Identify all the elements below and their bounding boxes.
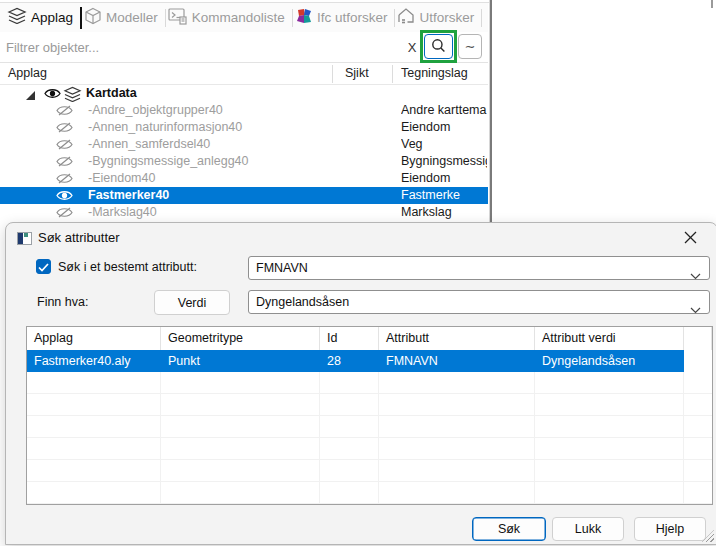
tegningslag-value: Bygningsmessig <box>401 154 487 168</box>
tree-item-label[interactable]: -Annen_samferdsel40 <box>88 137 210 151</box>
col-header-attributt-verdi[interactable]: Attributt verdi <box>535 327 684 350</box>
cube-icon <box>84 7 102 29</box>
sok-attributter-dialog: Søk attributter Søk i et bestemt attribu… <box>5 222 716 545</box>
find-row: Finn hva: Verdi Dyngelandsåsen <box>6 289 716 315</box>
tree-item-label[interactable]: Kartdata <box>86 86 137 100</box>
empty-row <box>27 460 712 482</box>
lukk-button[interactable]: Lukk <box>552 517 624 541</box>
attribute-row: Søk i et bestemt attributt: FMNAVN <box>6 255 716 281</box>
tree-item-label[interactable]: -Eiendom40 <box>88 171 155 185</box>
cell-id[interactable]: 28 <box>320 350 379 372</box>
tab-modeller[interactable]: Modeller <box>82 5 165 31</box>
empty-row <box>27 482 712 504</box>
dialog-title: Søk attributter <box>38 230 120 245</box>
tree-row[interactable]: -Markslag40 Markslag <box>0 204 488 221</box>
column-header-tegningslag[interactable]: Tegningslag <box>401 66 468 80</box>
result-row-selected[interactable]: Fastmerker40.aly Punkt 28 FMNAVN Dyngela… <box>27 350 712 372</box>
tab-kommandoliste[interactable]: Kommandoliste <box>166 5 292 31</box>
chevron-down-icon <box>690 265 701 287</box>
eye-icon[interactable] <box>44 87 61 103</box>
tegningslag-value: Veg <box>401 137 487 151</box>
tree-header: Applag Sjikt Tegningslag <box>0 63 488 85</box>
layer-tree: Applag Sjikt Tegningslag Kartdata <box>0 62 488 226</box>
tab-label: Utforsker <box>419 10 474 25</box>
tab-ifc-utforsker[interactable]: Ifc utforsker <box>293 5 395 31</box>
column-header-applag[interactable]: Applag <box>8 66 47 80</box>
cell-geometritype[interactable]: Punkt <box>161 350 320 372</box>
tab-divider <box>481 9 482 27</box>
window-edge-mark <box>711 0 713 8</box>
col-header-id[interactable]: Id <box>320 327 379 350</box>
verdi-button[interactable]: Verdi <box>154 290 230 315</box>
tree-row-kartdata[interactable]: Kartdata <box>0 85 488 102</box>
col-header-filler <box>684 327 712 350</box>
dialog-button-row: Søk Lukk Hjelp <box>6 516 716 546</box>
tree-row[interactable]: -Andre_objektgrupper40 Andre karttema <box>0 102 488 119</box>
tab-utforsker[interactable]: Utforsker <box>395 5 481 31</box>
find-label: Finn hva: <box>37 295 88 309</box>
filter-input[interactable] <box>6 36 396 58</box>
tab-label: Ifc utforsker <box>317 10 388 25</box>
eye-off-icon[interactable] <box>56 155 73 171</box>
tree-row[interactable]: -Annen_samferdsel40 Veg <box>0 136 488 153</box>
tab-label: Applag <box>31 10 73 25</box>
empty-row <box>27 438 712 460</box>
tree-row[interactable]: -Bygningsmessige_anlegg40 Bygningsmessig <box>0 153 488 170</box>
terminal-icon <box>168 7 188 29</box>
tab-label: Modeller <box>106 10 158 25</box>
panel-tab-bar: Applag Modeller Kommandoliste <box>0 3 488 32</box>
tree-row[interactable]: -Annen_naturinformasjon40 Eiendom <box>0 119 488 136</box>
eye-off-icon[interactable] <box>56 138 73 154</box>
close-button[interactable] <box>681 230 699 248</box>
eye-icon[interactable] <box>56 189 73 205</box>
cell-attributt[interactable]: FMNAVN <box>379 350 535 372</box>
dialog-title-bar[interactable]: Søk attributter <box>6 223 716 253</box>
eye-off-icon[interactable] <box>56 104 73 120</box>
eye-off-icon[interactable] <box>56 121 73 137</box>
cell-attributt-verdi[interactable]: Dyngelandsåsen <box>535 350 684 372</box>
wave-icon: ∼ <box>465 39 476 54</box>
tree-item-label[interactable]: Fastmerker40 <box>88 188 169 202</box>
tree-row-selected[interactable]: Fastmerker40 Fastmerke <box>0 187 488 204</box>
clear-filter-button[interactable]: X <box>403 37 421 59</box>
column-header-sjikt[interactable]: Sjikt <box>345 66 369 80</box>
close-icon <box>684 231 697 247</box>
attribute-checkbox[interactable] <box>36 259 51 274</box>
house-icon <box>397 7 415 29</box>
ifc-icon <box>295 7 313 29</box>
cell-applag[interactable]: Fastmerker40.aly <box>27 350 161 372</box>
layers-icon <box>7 7 27 28</box>
tree-item-label[interactable]: -Markslag40 <box>88 205 157 219</box>
tree-item-label[interactable]: -Andre_objektgrupper40 <box>88 103 223 117</box>
check-icon <box>38 258 49 276</box>
chevron-down-icon <box>690 299 701 321</box>
eye-off-icon[interactable] <box>56 172 73 188</box>
expand-triangle-icon[interactable] <box>26 89 35 103</box>
tegningslag-value: Fastmerke <box>401 188 487 202</box>
attribute-combobox-value: FMNAVN <box>256 261 308 275</box>
dialog-icon <box>17 232 32 245</box>
layer-panel: Applag Modeller Kommandoliste <box>0 0 488 226</box>
col-header-attributt[interactable]: Attributt <box>379 327 535 350</box>
tree-item-label[interactable]: -Annen_naturinformasjon40 <box>88 120 242 134</box>
sok-button[interactable]: Søk <box>472 517 546 541</box>
tree-item-label[interactable]: -Bygningsmessige_anlegg40 <box>88 154 249 168</box>
empty-row <box>27 416 712 438</box>
highlight-annotation-box <box>420 30 457 63</box>
hjelp-button[interactable]: Hjelp <box>634 517 706 541</box>
col-header-geometritype[interactable]: Geometritype <box>161 327 320 350</box>
tegningslag-value: Markslag <box>401 205 487 219</box>
tree-row[interactable]: -Eiendom40 Eiendom <box>0 170 488 187</box>
search-value-combobox[interactable]: Dyngelandsåsen <box>248 290 710 314</box>
tab-applag[interactable]: Applag <box>5 5 80 31</box>
col-header-applag[interactable]: Applag <box>27 327 161 350</box>
column-separator[interactable] <box>332 65 333 83</box>
column-separator[interactable] <box>392 65 393 83</box>
eye-off-icon[interactable] <box>56 206 73 222</box>
empty-row <box>27 394 712 416</box>
panel-splitter[interactable] <box>489 0 492 222</box>
attribute-combobox[interactable]: FMNAVN <box>248 256 710 280</box>
wave-tool-button[interactable]: ∼ <box>458 34 482 59</box>
attribute-checkbox-label: Søk i et bestemt attributt: <box>58 260 197 274</box>
search-value: Dyngelandsåsen <box>256 295 349 309</box>
